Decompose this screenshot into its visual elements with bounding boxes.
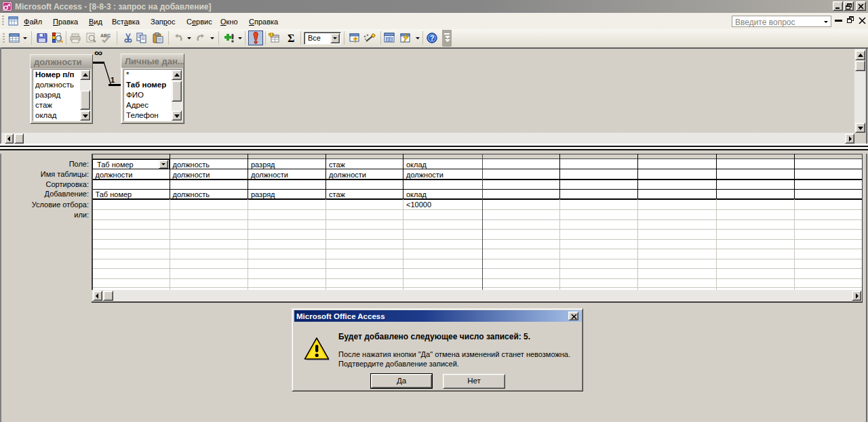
svg-text:Σ: Σ <box>288 33 294 44</box>
svg-text:?: ? <box>430 34 434 42</box>
